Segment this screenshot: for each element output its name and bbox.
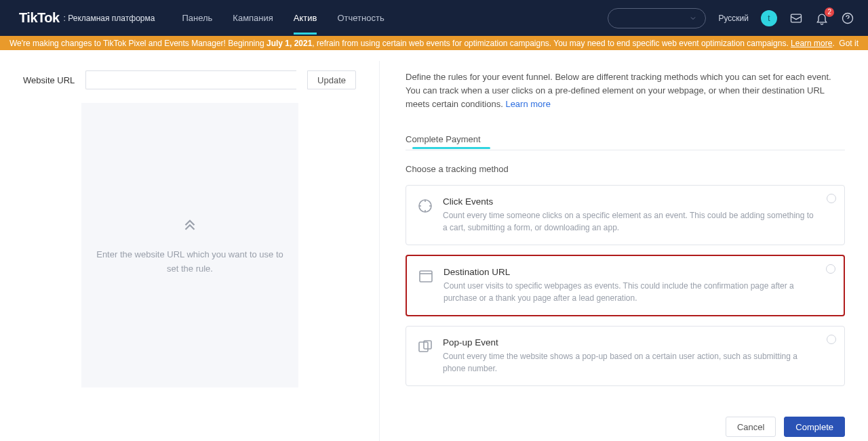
- method-title: Destination URL: [443, 267, 814, 277]
- preview-placeholder-box: Enter the website URL which you want to …: [81, 103, 298, 387]
- method-title: Click Events: [443, 196, 814, 207]
- logo-subtitle: : Рекламная платформа: [64, 14, 155, 23]
- header-right: Русский t 2: [608, 8, 854, 28]
- cursor-click-icon: [417, 198, 433, 214]
- right-column: Define the rules for your event funnel. …: [380, 61, 868, 441]
- tab-active-underline: [412, 147, 490, 149]
- avatar[interactable]: t: [761, 10, 777, 26]
- svg-rect-3: [420, 271, 432, 282]
- tab-complete-payment[interactable]: Complete Payment: [406, 130, 481, 150]
- banner-text-prefix: We're making changes to TikTok Pixel and…: [9, 39, 267, 48]
- chevrons-up-icon: [181, 215, 199, 234]
- account-selector[interactable]: [608, 8, 706, 28]
- help-icon[interactable]: [841, 12, 854, 25]
- banner-dismiss[interactable]: Got it: [839, 39, 859, 48]
- method-title: Pop-up Event: [443, 337, 814, 348]
- browser-url-icon: [418, 268, 434, 285]
- cancel-button[interactable]: Cancel: [726, 417, 776, 437]
- intro-text: Define the rules for your event funnel. …: [406, 70, 845, 111]
- notifications-icon[interactable]: 2: [815, 12, 829, 25]
- method-destination-url[interactable]: Destination URL Count user visits to spe…: [406, 255, 845, 316]
- method-radio[interactable]: [827, 194, 836, 203]
- website-url-input[interactable]: [85, 70, 296, 89]
- footer-buttons: Cancel Complete: [406, 408, 845, 437]
- logo-block[interactable]: TikTok : Рекламная платформа: [19, 10, 155, 26]
- chevron-down-icon: [689, 14, 697, 22]
- svg-rect-0: [791, 14, 802, 22]
- choose-method-label: Choose a tracking method: [406, 164, 845, 174]
- page-body: Website URL Update Enter the website URL…: [0, 50, 868, 441]
- left-column: Website URL Update Enter the website URL…: [0, 61, 380, 441]
- complete-button[interactable]: Complete: [784, 417, 845, 437]
- top-header: TikTok : Рекламная платформа Панель Камп…: [0, 0, 868, 36]
- inbox-icon[interactable]: [789, 12, 803, 25]
- nav-asset[interactable]: Актив: [294, 1, 317, 35]
- website-url-row: Website URL Update: [23, 70, 356, 89]
- logo-text: TikTok: [19, 10, 60, 26]
- banner-date: July 1, 2021: [267, 39, 312, 48]
- banner-text-suffix: , refrain from using certain web events …: [312, 39, 791, 48]
- event-tabs: Complete Payment: [406, 130, 845, 150]
- intro-learn-more-link[interactable]: Learn more: [505, 99, 550, 109]
- method-desc: Count every time the website shows a pop…: [443, 350, 814, 375]
- method-click-events[interactable]: Click Events Count every time someone cl…: [406, 185, 845, 245]
- main-nav: Панель Кампания Актив Отчетность: [182, 1, 384, 35]
- notifications-badge: 2: [825, 7, 834, 17]
- method-desc: Count every time someone clicks on a spe…: [443, 209, 814, 234]
- method-radio[interactable]: [826, 264, 835, 274]
- nav-dashboard[interactable]: Панель: [182, 1, 212, 35]
- nav-campaign[interactable]: Кампания: [233, 1, 273, 35]
- language-selector[interactable]: Русский: [718, 14, 749, 23]
- nav-reporting[interactable]: Отчетность: [337, 1, 384, 35]
- method-radio[interactable]: [827, 335, 836, 344]
- announcement-banner: We're making changes to TikTok Pixel and…: [0, 36, 868, 50]
- method-popup-event[interactable]: Pop-up Event Count every time the websit…: [406, 326, 845, 386]
- update-button[interactable]: Update: [307, 70, 356, 89]
- website-url-label: Website URL: [23, 75, 75, 85]
- preview-placeholder-text: Enter the website URL which you want to …: [95, 248, 285, 276]
- method-desc: Count user visits to specific webpages a…: [443, 280, 814, 304]
- popup-window-icon: [417, 339, 433, 355]
- banner-learn-more-link[interactable]: Learn more: [791, 39, 832, 48]
